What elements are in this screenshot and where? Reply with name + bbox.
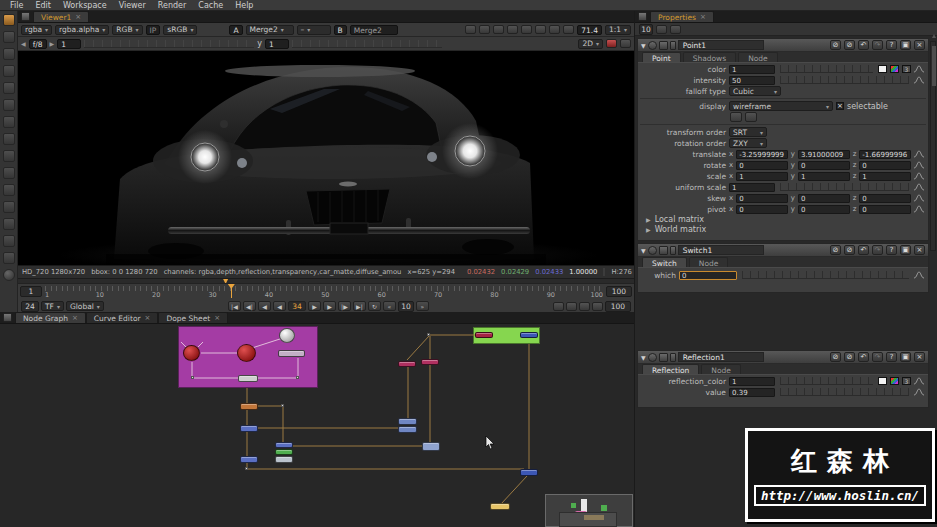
reflection1-header[interactable]: ▼ Reflection1 ⊘ ⊘ ↶ ↷ ? ▣ × — [638, 351, 928, 364]
gamma-value-field[interactable]: 1 — [265, 39, 289, 49]
help-icon[interactable]: ? — [886, 40, 897, 50]
annotate-icon[interactable] — [606, 39, 617, 48]
frame-increment-field[interactable]: 10 — [398, 301, 414, 312]
close-icon[interactable]: × — [214, 314, 220, 322]
reflection-color-input[interactable]: 1 — [729, 377, 775, 386]
pivot-y-input[interactable]: 0 — [798, 205, 850, 214]
toolsets-icon[interactable] — [3, 252, 15, 264]
animation-curve-icon[interactable] — [914, 76, 924, 84]
keyer-nodes-icon[interactable] — [3, 116, 15, 128]
node-yellow[interactable] — [490, 503, 510, 510]
translate-y-input[interactable]: 3.91000009 — [798, 150, 850, 159]
color-nodes-icon[interactable] — [3, 82, 15, 94]
clock-icon[interactable] — [549, 25, 560, 34]
menu-viewer[interactable]: Viewer — [113, 1, 152, 10]
node-name-field[interactable]: Switch1 — [678, 245, 764, 255]
node-name-field[interactable]: Reflection1 — [678, 352, 764, 362]
node-color-icon[interactable] — [648, 246, 657, 255]
center-in-graph-icon[interactable] — [659, 246, 668, 255]
input-process-toggle[interactable]: IP — [146, 25, 161, 35]
gain-prev-icon[interactable]: ◀ — [21, 40, 26, 47]
range-end-field[interactable]: 100 — [606, 286, 632, 297]
node-color-icon[interactable] — [648, 41, 657, 50]
float-panel-icon[interactable]: ▣ — [900, 352, 911, 362]
tab-point[interactable]: Point — [642, 52, 681, 62]
channel-count-button[interactable]: 3 — [902, 65, 911, 73]
zoom-level[interactable]: 71.4 — [577, 25, 602, 35]
skew-x-input[interactable]: 0 — [736, 194, 788, 203]
animation-curve-icon[interactable] — [914, 194, 924, 202]
collapse-icon[interactable]: ▼ — [641, 42, 646, 49]
node-graph-canvas[interactable] — [0, 324, 634, 527]
node-double-blue-2[interactable] — [398, 426, 417, 433]
refresh-icon[interactable] — [535, 25, 546, 34]
range-last-icon[interactable] — [566, 302, 577, 311]
channel-mask-icon[interactable]: ⊘ — [830, 40, 841, 50]
channel-mask2-icon[interactable]: ⊘ — [844, 352, 855, 362]
lock-range-icon[interactable] — [579, 302, 590, 311]
menu-file[interactable]: File — [4, 1, 29, 10]
scroll-thumb[interactable] — [932, 46, 936, 86]
expand-icon[interactable]: ▶ — [646, 216, 651, 223]
rotation-order-select[interactable]: ZXY▾ — [729, 138, 767, 148]
node-lavender[interactable] — [278, 350, 305, 357]
value-input[interactable]: 0.39 — [729, 388, 775, 397]
gain-fstop[interactable]: f/8 — [29, 39, 47, 49]
gain-slider[interactable] — [84, 40, 254, 48]
color-wheel-icon[interactable] — [890, 65, 899, 73]
pane-menu-icon[interactable] — [638, 12, 647, 21]
proxy-icon[interactable] — [479, 25, 490, 34]
animation-curve-icon[interactable] — [914, 172, 924, 180]
axis-handle-button[interactable] — [745, 112, 757, 122]
node-gray-small[interactable] — [238, 375, 258, 382]
draw-nodes-icon[interactable] — [3, 31, 15, 43]
point1-header[interactable]: ▼ Point1 ⊘ ⊘ ↶ ↷ ? ▣ × — [638, 39, 928, 52]
animation-curve-icon[interactable] — [914, 388, 924, 396]
channel-display-select[interactable]: RGB▾ — [112, 25, 142, 35]
switch1-header[interactable]: ▼ Switch1 ⊘ ⊘ ↶ ↷ ? ▣ × — [638, 244, 928, 257]
goto-end-button[interactable]: ▶| — [353, 301, 366, 311]
tab-dope-sheet[interactable]: Dope Sheet× — [158, 312, 228, 323]
filter-nodes-icon[interactable] — [3, 99, 15, 111]
redo-icon[interactable]: ↷ — [872, 245, 883, 255]
node-blue-in-backdrop[interactable] — [520, 332, 538, 338]
collapse-icon[interactable]: ▼ — [641, 247, 646, 254]
node-blue-b[interactable] — [240, 456, 258, 463]
close-icon[interactable]: × — [700, 13, 706, 21]
b-buffer-value[interactable]: Merge2 — [350, 25, 398, 35]
scale-z-input[interactable]: 1 — [859, 172, 911, 181]
a-buffer-select[interactable]: Merge2▾ — [246, 25, 294, 35]
world-matrix-group[interactable]: ▶ World matrix — [646, 225, 920, 234]
redo-icon[interactable]: ↷ — [872, 40, 883, 50]
node-blue-bottom[interactable] — [520, 469, 538, 476]
step-back-button[interactable]: ◀ — [273, 301, 286, 311]
intensity-input[interactable]: 50 — [729, 76, 775, 85]
tab-node[interactable]: Node — [738, 52, 778, 62]
node-magenta-1[interactable] — [398, 361, 416, 367]
display-select[interactable]: wireframe▾ — [729, 101, 833, 111]
wipe-mode-select[interactable]: –▾ — [297, 25, 331, 35]
which-input[interactable]: 0 — [679, 271, 737, 280]
current-frame-field[interactable]: 34 — [288, 301, 306, 311]
rotate-y-input[interactable]: 0 — [798, 161, 850, 170]
gain-next-icon[interactable]: ▶ — [50, 40, 55, 47]
viewer-viewport[interactable] — [18, 51, 634, 265]
node-stack-gray[interactable] — [275, 456, 293, 463]
node-orange[interactable] — [240, 403, 258, 410]
properties-scrollbar[interactable] — [930, 41, 936, 251]
other-nodes-icon[interactable] — [3, 269, 15, 281]
frame-range-select[interactable]: Global▾ — [66, 301, 104, 311]
uniform-scale-slider[interactable] — [780, 183, 909, 191]
tab-node[interactable]: Node — [689, 257, 729, 267]
view-mode-select[interactable]: 2D▾ — [578, 39, 603, 49]
scale-x-input[interactable]: 1 — [736, 172, 788, 181]
float-panel-icon[interactable]: ▣ — [900, 245, 911, 255]
node-light-red-2[interactable] — [237, 344, 256, 362]
tab-node-graph[interactable]: Node Graph× — [15, 312, 86, 323]
close-all-panels-icon[interactable] — [670, 25, 681, 34]
skew-z-input[interactable]: 0 — [859, 194, 911, 203]
node-big-blue[interactable] — [422, 442, 440, 451]
rotate-z-input[interactable]: 0 — [859, 161, 911, 170]
tab-switch[interactable]: Switch — [642, 257, 687, 267]
animation-curve-icon[interactable] — [914, 65, 924, 73]
